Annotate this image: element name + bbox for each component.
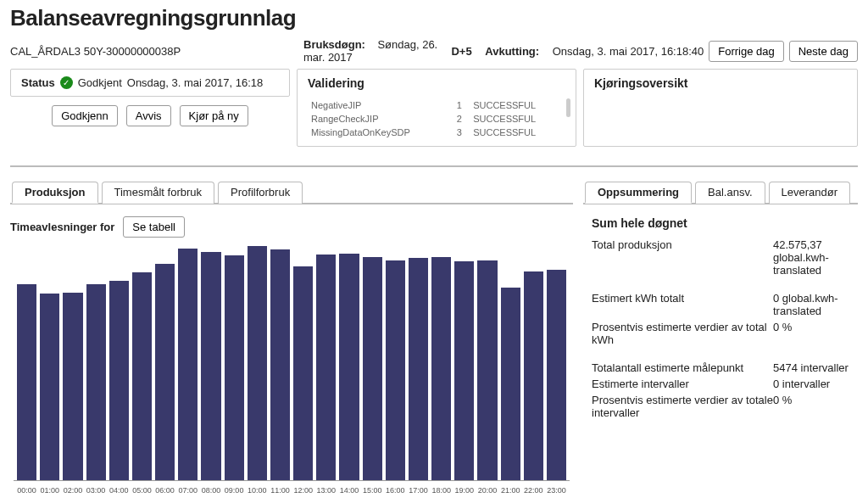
sum-value: 0 % <box>773 394 849 419</box>
sum-label: Estimerte intervaller <box>592 378 773 390</box>
dplus-label: D+5 <box>451 45 471 58</box>
divider <box>10 165 858 167</box>
bar <box>431 257 451 480</box>
page-title: Balanseavregningsgrunnlag <box>10 5 858 31</box>
right-tabs: Oppsummering Bal.ansv. Leverandør <box>583 181 858 204</box>
table-row: MissingDataOnKeySDP3SUCCESSFUL <box>308 126 565 139</box>
x-tick-label: 12:00 <box>293 486 313 495</box>
bar <box>386 260 405 480</box>
scrollbar-thumb[interactable] <box>566 98 570 117</box>
bar <box>225 255 244 480</box>
tab-balansv[interactable]: Bal.ansv. <box>695 182 765 204</box>
table-row: RangeCheckJIP2SUCCESSFUL <box>308 112 565 126</box>
x-tick-label: 14:00 <box>339 486 359 495</box>
x-tick-label: 07:00 <box>178 486 198 495</box>
tab-produksjon[interactable]: Produksjon <box>12 182 98 204</box>
x-tick-label: 02:00 <box>63 486 82 495</box>
bar <box>270 249 290 480</box>
see-table-button[interactable]: Se tabell <box>123 216 185 238</box>
bar <box>17 284 36 480</box>
sum-label: Prosentvis estimerte verdier av totale i… <box>592 394 773 419</box>
sum-value: 0 global.kwh-translated <box>773 292 849 317</box>
bar <box>547 270 566 480</box>
sum-value: 5474 intervaller <box>773 361 849 374</box>
x-tick-label: 11:00 <box>270 486 290 495</box>
status-state: Godkjent <box>78 76 122 89</box>
bar <box>248 246 267 480</box>
x-tick-label: 00:00 <box>17 486 36 495</box>
approve-button[interactable]: Godkjenn <box>52 105 118 126</box>
run-overview-panel: Kjøringsoversikt <box>583 69 858 147</box>
bar <box>477 260 497 480</box>
reject-button[interactable]: Avvis <box>126 105 171 126</box>
x-tick-label: 10:00 <box>248 486 267 495</box>
x-tick-label: 04:00 <box>109 486 129 495</box>
bar-chart: 00:0001:0002:0003:0004:0005:0006:0007:00… <box>10 243 573 497</box>
sum-value: 42.575,37 global.kwh-translated <box>773 238 849 277</box>
sum-value: 0 % <box>773 321 849 346</box>
x-tick-label: 23:00 <box>547 486 566 495</box>
x-tick-label: 05:00 <box>132 486 152 495</box>
x-tick-label: 08:00 <box>201 486 220 495</box>
bar <box>40 294 59 480</box>
bar <box>63 293 82 480</box>
x-tick-label: 06:00 <box>155 486 175 495</box>
status-label: Status <box>21 76 55 89</box>
avkutting-value: Onsdag, 3. mai 2017, 16:18:40 <box>553 45 704 58</box>
x-tick-label: 01:00 <box>40 486 59 495</box>
sum-value: 0 intervaller <box>773 378 849 390</box>
validation-table: NegativeJIP1SUCCESSFUL RangeCheckJIP2SUC… <box>308 98 565 139</box>
chart-title: Timeavlesninger for <box>10 221 114 233</box>
validation-panel: Validering NegativeJIP1SUCCESSFUL RangeC… <box>297 69 576 147</box>
validation-title: Validering <box>308 76 565 90</box>
bar <box>501 288 520 480</box>
x-tick-label: 03:00 <box>86 486 106 495</box>
bar <box>178 249 198 480</box>
next-day-button[interactable]: Neste dag <box>789 41 858 62</box>
bar <box>109 281 129 480</box>
rerun-button[interactable]: Kjør på ny <box>180 105 248 126</box>
tab-timesmalt[interactable]: Timesmålt forbruk <box>102 182 215 204</box>
x-tick-label: 21:00 <box>501 486 520 495</box>
x-tick-label: 13:00 <box>316 486 336 495</box>
x-tick-label: 18:00 <box>431 486 451 495</box>
bar <box>409 258 428 480</box>
bar <box>524 271 543 480</box>
summary-title: Sum hele døgnet <box>592 216 849 230</box>
bar <box>201 252 220 480</box>
x-tick-label: 19:00 <box>454 486 474 495</box>
bar <box>132 272 152 480</box>
prev-day-button[interactable]: Forrige dag <box>709 41 783 62</box>
bar <box>155 264 175 480</box>
status-panel: Status ✓ Godkjent Onsdag, 3. mai 2017, 1… <box>10 69 290 97</box>
table-row: NegativeJIP1SUCCESSFUL <box>308 98 565 112</box>
tab-leverandor[interactable]: Leverandør <box>769 182 850 204</box>
bar <box>86 284 106 480</box>
sum-label: Totalantall estimerte målepunkt <box>592 361 773 374</box>
bar <box>363 257 382 480</box>
x-tick-label: 09:00 <box>225 486 244 495</box>
bar <box>316 255 336 480</box>
sum-label: Estimert kWh totalt <box>592 292 773 317</box>
sum-label: Prosentvis estimerte verdier av total kW… <box>592 321 773 346</box>
bar <box>339 254 359 480</box>
sum-label: Total produksjon <box>592 238 773 277</box>
x-tick-label: 15:00 <box>363 486 382 495</box>
avkutting-label: Avkutting: <box>485 45 539 58</box>
run-overview-title: Kjøringsoversikt <box>594 76 847 90</box>
x-tick-label: 17:00 <box>409 486 428 495</box>
status-timestamp: Onsdag, 3. mai 2017, 16:18 <box>127 76 263 89</box>
summary-panel: Sum hele døgnet Total produksjon42.575,3… <box>583 204 858 446</box>
x-tick-label: 20:00 <box>477 486 497 495</box>
check-circle-icon: ✓ <box>60 76 73 89</box>
entity-id: CAL_ÅRDAL3 50Y-30000000038P <box>10 45 290 58</box>
bruksdogn-label: Bruksdøgn: <box>303 38 365 51</box>
tab-profilforbruk[interactable]: Profilforbruk <box>218 182 303 204</box>
tab-oppsummering[interactable]: Oppsummering <box>585 182 692 204</box>
bar <box>454 261 474 480</box>
x-tick-label: 16:00 <box>386 486 405 495</box>
bar <box>293 266 313 480</box>
left-tabs: Produksjon Timesmålt forbruk Profilforbr… <box>10 181 573 204</box>
x-tick-label: 22:00 <box>524 486 543 495</box>
